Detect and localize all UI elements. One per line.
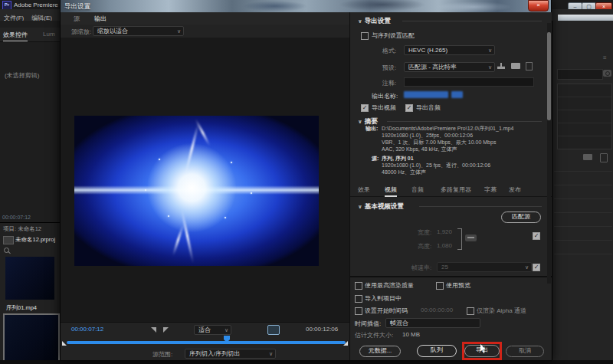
preview-pane: 源 输出 源缩放: 缩放以适合∨ [61,12,349,360]
right-background-column: ≡ [552,21,613,364]
import-into-project-checkbox[interactable] [355,295,362,303]
save-preset-icon[interactable] [497,63,505,69]
chevron-down-icon: ∨ [488,64,492,71]
zoom-level-dropdown[interactable]: 适合∨ [194,325,231,335]
menu-edit[interactable]: 编辑(E) [28,11,56,21]
project-tab-label[interactable]: 项目: 未命名12 [3,225,41,233]
preview-background [61,38,349,322]
project-file-icon [3,236,14,244]
basic-video-section-header[interactable]: ∨基本视频设置 [358,202,404,212]
project-panel: 项目: 未命名12 未命名12.prproj 序列01.mp4 [0,222,60,364]
format-label: 格式: [382,47,396,55]
import-preset-icon[interactable] [511,63,520,69]
effect-controls-tabstrip: 效果控件 Lum [0,28,60,42]
framerate-checkbox[interactable]: ✓ [533,264,540,271]
summary-source-line3: 48000 Hz、立体声 [382,169,426,175]
search-icon-tail [8,251,11,254]
export-highlight-box [462,342,502,360]
render-alpha-only-label: 仅渲染 Alpha 通道 [477,307,526,315]
output-name-redacted[interactable] [404,91,448,98]
tab-effect-controls[interactable]: 效果控件 [3,31,28,42]
source-scaling-row: 源缩放: 缩放以适合∨ [61,25,349,38]
trash-icon[interactable] [600,153,608,162]
comments-input[interactable] [404,77,534,87]
width-label: 宽度: [418,228,431,237]
width-value: 1,920 [437,228,452,235]
match-sequence-label: 与序列设置匹配 [372,31,415,40]
metadata-button[interactable]: 元数据... [359,346,401,357]
tab-effects[interactable]: 效果 [358,185,370,194]
tab-source[interactable]: 源 [74,15,80,23]
background-listbox [557,84,612,149]
preset-dropdown[interactable]: 匹配源 - 高比特率∨ [404,62,495,72]
folder-icon[interactable] [583,154,592,160]
max-render-quality-checkbox[interactable] [355,282,362,290]
timeline-scrubber[interactable] [67,341,346,344]
queue-button[interactable]: 队列 [417,345,457,357]
dialog-titlebar[interactable]: 导出设置 × [61,0,551,12]
clip-name-label[interactable]: 序列01.mp4 [6,304,37,312]
current-timecode[interactable]: 00:00:07:12 [71,326,103,333]
twirl-down-icon: ∨ [358,18,362,24]
match-source-button[interactable]: 匹配源 [501,212,541,223]
link-icon[interactable] [465,234,477,241]
height-label: 高度: [418,242,431,251]
delete-preset-icon[interactable] [526,62,533,71]
output-name-redacted-2 [451,91,463,98]
source-range-dropdown[interactable]: 序列切入/序列切出∨ [185,349,276,359]
time-interpolation-dropdown[interactable]: 帧混合 [385,318,480,328]
export-settings-dialog: 导出设置 × 源 输出 源缩放: 缩放以适合∨ [60,0,552,361]
summary-source-label: 源: [372,155,379,162]
export-settings-section-header[interactable]: ∨导出设置 [358,17,391,26]
project-file-name[interactable]: 未命名12.prproj [15,236,55,244]
mark-out-icon[interactable] [163,327,169,333]
tab-audio[interactable]: 音频 [411,185,424,194]
range-end-handle[interactable] [343,341,348,346]
export-video-checkbox[interactable]: ✓ [361,104,369,112]
twirl-down-icon: ∨ [358,119,362,124]
use-previews-checkbox[interactable] [436,282,444,290]
mark-in-icon[interactable] [151,327,156,333]
duration-timecode: 00:00:12:06 [306,326,338,333]
source-scaling-dropdown[interactable]: 缩放以适合∨ [93,26,184,36]
max-render-quality-label: 使用最高渲染质量 [365,281,414,290]
tab-multiplexer[interactable]: 多路复用器 [441,185,471,194]
background-search-field[interactable] [557,69,603,80]
playhead[interactable] [224,336,230,343]
scrollbar-thumb[interactable] [547,32,551,120]
height-value: 1,080 [437,242,452,249]
estimated-size-label: 估计文件大小: [355,331,393,339]
panel-menu-icon[interactable]: ≡ [603,54,607,61]
no-clip-selected-text: (未选择剪辑) [5,71,39,80]
comments-label: 注释: [382,79,396,87]
width-height-checkbox[interactable]: ✓ [533,232,540,240]
summary-source-line1: 序列, 序列 01 [382,155,414,162]
summary-output-line4: AAC, 320 Kbps, 48 kHz, 立体声 [382,146,457,152]
format-dropdown[interactable]: HEVC (H.265)∨ [404,45,495,55]
cancel-button[interactable]: 取消 [506,346,544,357]
use-previews-label: 使用预览 [446,281,470,290]
settings-scrollbar[interactable] [547,23,551,284]
export-audio-checkbox[interactable]: ✓ [405,104,413,112]
dialog-close-button[interactable]: × [528,0,549,11]
menu-file[interactable]: 文件(F) [0,11,28,21]
crop-button[interactable] [267,325,280,335]
chevron-down-icon: ∨ [525,264,529,271]
framerate-dropdown[interactable]: 25∨ [437,262,532,272]
clip-thumbnail[interactable] [5,257,54,300]
clip-thumbnail-selected[interactable] [3,313,60,364]
export-audio-label: 导出音频 [416,103,441,112]
match-sequence-checkbox[interactable] [361,32,369,40]
tab-captions[interactable]: 字幕 [484,185,497,194]
left-background-column: 效果控件 Lum (未选择剪辑) 00:00:07:12 项目: 未命名12 未… [0,21,60,364]
tab-lumetri[interactable]: Lum [43,31,55,38]
source-scaling-label: 源缩放: [71,28,91,36]
set-start-timecode-checkbox[interactable] [355,307,362,315]
render-alpha-only-checkbox[interactable] [467,307,474,315]
tab-video[interactable]: 视频 [385,185,397,197]
framerate-label: 帧速率: [411,264,431,272]
output-name-label: 输出名称: [372,92,398,100]
tab-publish[interactable]: 发布 [509,185,521,194]
window-border-band [558,15,613,21]
video-preview-frame[interactable] [74,116,319,266]
